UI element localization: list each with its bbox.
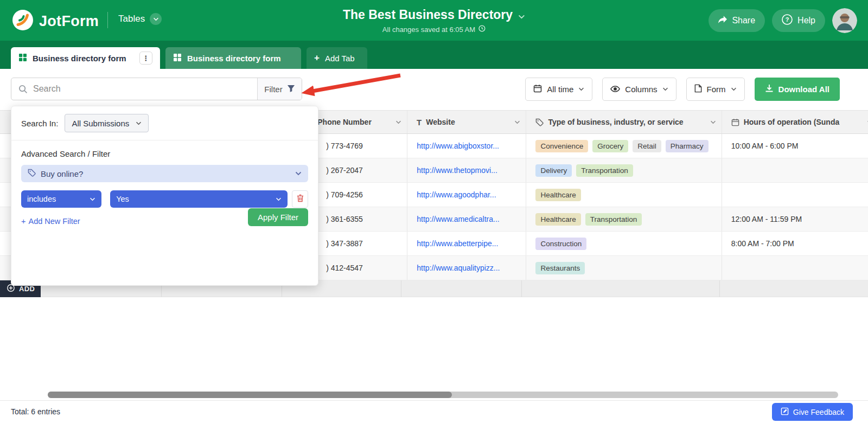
jotform-tables-app: JotForm Tables The Best Business Directo… (0, 0, 868, 423)
tag-chip[interactable]: Retail (633, 140, 661, 152)
cell-hours[interactable]: 12:00 AM - 11:59 PM (722, 207, 868, 231)
add-new-filter-link[interactable]: + Add New Filter (21, 217, 80, 226)
website-link[interactable]: http://www.abetterpipe... (417, 239, 498, 248)
download-all-button[interactable]: Download All (755, 78, 840, 101)
tab-label: Business directory form (187, 54, 281, 63)
column-header-hours[interactable]: Hours of operation (Sunda (722, 111, 868, 133)
column-header-type[interactable]: Type of business, industry, or service (526, 111, 722, 133)
help-label: Help (797, 16, 815, 25)
cell-hours[interactable]: 10:00 AM - 6:00 PM (722, 134, 868, 158)
cell-tags[interactable]: Restaurants (526, 256, 722, 280)
tables-nav-dropdown[interactable]: Tables (118, 13, 162, 25)
header-divider (107, 12, 108, 28)
document-title-block: The Best Business Directory All changes … (343, 8, 525, 34)
plus-icon: + (314, 53, 320, 63)
horizontal-scrollbar-track[interactable] (48, 392, 838, 398)
calendar-icon (731, 118, 739, 126)
tag-chip[interactable]: Delivery (535, 164, 572, 177)
tables-nav-label: Tables (118, 14, 145, 24)
website-link[interactable]: http://www.amedicaltra... (417, 215, 500, 223)
trash-icon (297, 194, 304, 204)
filter-button[interactable]: Filter (257, 78, 302, 100)
help-icon: ? (782, 14, 793, 27)
all-time-label: All time (547, 85, 573, 94)
filter-value-dropdown[interactable]: Yes (110, 190, 288, 208)
grid-icon (173, 53, 182, 63)
cell-website[interactable]: http://www.thetopmovi... (407, 158, 526, 182)
website-link[interactable]: http://www.thetopmovi... (417, 166, 497, 175)
filter-operator-dropdown[interactable]: includes (21, 190, 101, 208)
chevron-down-icon (90, 197, 95, 201)
chevron-down-icon[interactable] (514, 120, 520, 124)
search-box: Filter (11, 78, 302, 100)
tag-chip[interactable]: Transportation (576, 164, 633, 177)
website-link[interactable]: http://www.abigboxstor... (417, 142, 499, 150)
chevron-down-icon[interactable] (710, 120, 716, 124)
tag-chip[interactable]: Healthcare (535, 189, 580, 201)
chevron-down-icon (136, 121, 142, 125)
tag-chip[interactable]: Grocery (592, 140, 628, 152)
add-tab-button[interactable]: + Add Tab (307, 47, 367, 69)
cell-tags[interactable]: DeliveryTransportation (526, 158, 722, 182)
delete-filter-button[interactable] (292, 190, 308, 208)
cell-tags[interactable]: Healthcare (526, 183, 722, 207)
share-icon (718, 16, 727, 25)
page-title[interactable]: The Best Business Directory (343, 8, 513, 22)
apply-filter-button[interactable]: Apply Filter (248, 208, 308, 226)
columns-dropdown[interactable]: Columns (602, 78, 676, 101)
cell-website[interactable]: http://www.abetterpipe... (407, 232, 526, 255)
tag-chip[interactable]: Convenience (535, 140, 588, 152)
filter-popover: Search In: All Submissions Advanced Sear… (11, 106, 318, 286)
empty-cell (720, 280, 868, 297)
give-feedback-button[interactable]: Give Feedback (772, 403, 853, 421)
tab-business-directory-form-inactive[interactable]: Business directory form (165, 47, 301, 69)
cell-website[interactable]: http://www.amedicaltra... (407, 207, 526, 231)
empty-cell (522, 280, 720, 297)
search-in-dropdown[interactable]: All Submissions (65, 114, 149, 132)
cell-tags[interactable]: HealthcareTransportation (526, 207, 722, 231)
jotform-logo[interactable]: JotForm (12, 9, 99, 33)
website-link[interactable]: http://www.aqualitypizz... (417, 264, 500, 272)
search-input[interactable] (33, 84, 257, 94)
cell-tags[interactable]: Construction (526, 232, 722, 255)
tag-chip[interactable]: Construction (535, 238, 586, 250)
user-avatar[interactable] (832, 8, 857, 33)
column-header-website[interactable]: TWebsite (407, 111, 526, 133)
horizontal-scrollbar-thumb[interactable] (48, 392, 452, 398)
cell-tags[interactable]: ConvenienceGroceryRetailPharmacy (526, 134, 722, 158)
cell-hours[interactable] (722, 183, 868, 207)
add-new-filter-label: Add New Filter (28, 217, 80, 226)
tag-chip[interactable]: Healthcare (535, 213, 580, 226)
cell-hours[interactable]: 8:00 AM - 7:00 PM (722, 232, 868, 255)
tab-business-directory-form-active[interactable]: Business directory form ⋮ (11, 47, 160, 69)
cell-hours[interactable] (722, 158, 868, 182)
chevron-down-icon[interactable] (150, 13, 162, 25)
jotform-logo-icon (12, 9, 34, 33)
tab-menu-dots-icon[interactable]: ⋮ (139, 52, 152, 65)
cell-website[interactable]: http://www.agoodphar... (407, 183, 526, 207)
filter-field-dropdown[interactable]: Buy online? (21, 165, 308, 182)
chevron-down-icon[interactable] (395, 120, 401, 124)
column-label: Hours of operation (Sunda (744, 118, 840, 126)
tag-icon (28, 169, 36, 178)
cell-hours[interactable] (722, 256, 868, 280)
title-chevron-down-icon[interactable] (518, 8, 525, 22)
filter-field-value: Buy online? (41, 169, 83, 178)
website-link[interactable]: http://www.agoodphar... (417, 190, 496, 199)
tag-chip[interactable]: Transportation (585, 213, 642, 226)
share-button[interactable]: Share (709, 9, 765, 32)
chevron-down-icon (578, 87, 584, 91)
cell-website[interactable]: http://www.abigboxstor... (407, 134, 526, 158)
grid-icon (18, 53, 27, 63)
cell-website[interactable]: http://www.aqualitypizz... (407, 256, 526, 280)
eye-icon (610, 85, 620, 94)
tag-chip[interactable]: Pharmacy (666, 140, 709, 152)
tag-chip[interactable]: Restaurants (535, 262, 585, 274)
add-tab-label: Add Tab (325, 54, 355, 63)
form-dropdown[interactable]: Form (686, 78, 745, 101)
search-icon (18, 85, 28, 94)
header-actions: Share ? Help (709, 8, 857, 33)
all-time-dropdown[interactable]: All time (525, 78, 592, 101)
help-button[interactable]: ? Help (772, 9, 825, 32)
filter-operator-value: includes (27, 195, 56, 203)
